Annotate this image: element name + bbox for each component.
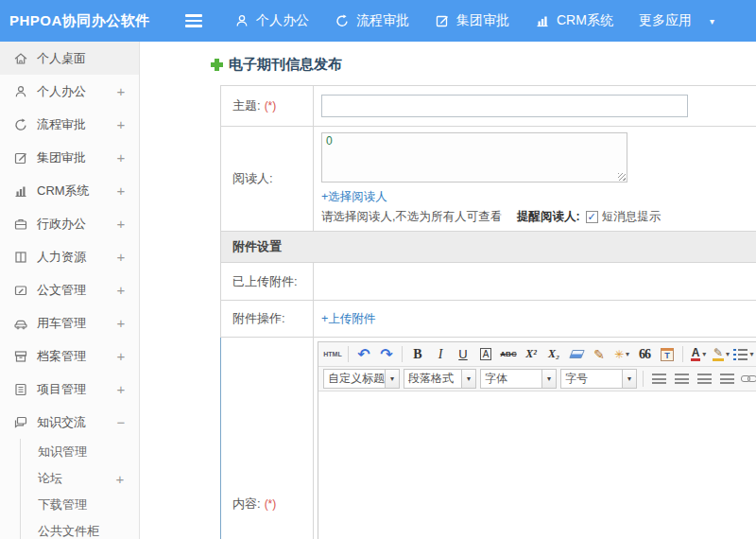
uploaded-value-cell — [314, 263, 756, 301]
superscript-button[interactable]: X² — [521, 344, 541, 364]
heading-select-value: 自定义标题 — [323, 369, 386, 389]
expand-icon[interactable]: + — [115, 315, 127, 331]
caret-down-icon[interactable]: ▾ — [623, 369, 637, 389]
editor-content-area[interactable] — [318, 391, 756, 539]
nav-group-approval[interactable]: 集团审批 — [435, 12, 509, 29]
font-border-button[interactable]: A — [475, 344, 496, 364]
expand-icon[interactable]: + — [114, 471, 126, 487]
subject-input[interactable] — [321, 95, 688, 117]
expand-icon[interactable]: + — [115, 149, 127, 165]
upload-attachment-link[interactable]: +上传附件 — [321, 312, 375, 325]
expand-icon[interactable]: + — [115, 116, 127, 132]
caret-down-icon: ▾ — [626, 350, 629, 358]
expand-icon[interactable]: + — [115, 249, 127, 265]
expand-icon[interactable]: + — [115, 216, 127, 232]
nav-personal-office[interactable]: 个人办公 — [234, 12, 309, 29]
app-title: PHPOA协同办公软件 — [0, 12, 185, 30]
insert-link-button[interactable] — [739, 369, 756, 389]
menu-toggle-icon[interactable] — [185, 14, 202, 27]
toolbar-separator — [402, 346, 403, 362]
italic-button[interactable]: I — [430, 344, 451, 364]
sidebar-item-label: 项目管理 — [37, 381, 115, 398]
subject-label-cell: 主题:(*) — [221, 86, 314, 127]
sms-checkbox[interactable] — [586, 211, 598, 223]
subject-value-cell — [314, 86, 756, 127]
expand-icon[interactable]: + — [115, 83, 127, 99]
redo-button[interactable]: ↷ — [376, 344, 397, 364]
caret-down-icon[interactable]: ▾ — [710, 16, 714, 26]
expand-icon[interactable]: + — [115, 282, 127, 298]
top-nav: 个人办公 流程审批 集团审批 CRM系统 更多应用 ▾ — [234, 12, 714, 29]
nav-workflow-approval[interactable]: 流程审批 — [335, 12, 409, 29]
sidebar-item-personal-office[interactable]: 个人办公 + — [0, 75, 139, 108]
uploaded-attachments-row: 已上传附件: — [221, 263, 756, 301]
sidebar-item-workflow-approval[interactable]: 流程审批 + — [0, 108, 139, 141]
strikethrough-button[interactable]: ABC — [498, 344, 519, 364]
caret-down-icon[interactable]: ▾ — [542, 369, 557, 389]
subscript-button[interactable]: X₂ — [543, 344, 564, 364]
readers-row: 阅读人: 0 +选择阅读人 请选择阅读人,不选为所有人可查看 提醒阅读人: 短消… — [221, 127, 756, 232]
attachments-section-row: 附件设置 — [221, 232, 756, 263]
sidebar-item-document-mgmt[interactable]: 公文管理 + — [0, 273, 139, 306]
auto-typeset-button[interactable]: ✳▾ — [611, 344, 632, 364]
underline-button[interactable]: U — [453, 344, 473, 364]
ordered-list-button[interactable]: ▾ — [733, 344, 754, 364]
expand-icon[interactable]: + — [115, 381, 127, 397]
sidebar-item-archive-mgmt[interactable]: 档案管理 + — [0, 339, 139, 373]
heading-select[interactable]: 自定义标题▾ — [323, 369, 400, 389]
sidebar-item-group-approval[interactable]: 集团审批 + — [0, 141, 139, 174]
nav-crm-system[interactable]: CRM系统 — [535, 12, 613, 29]
nav-more-apps[interactable]: 更多应用 ▾ — [639, 12, 714, 29]
highlight-color-button[interactable]: ✎▾ — [711, 344, 731, 364]
blockquote-button[interactable]: 66 — [634, 344, 655, 364]
bold-button[interactable]: B — [407, 344, 428, 364]
sidebar-subitem-forum[interactable]: 论坛 + — [21, 465, 139, 492]
expand-icon[interactable]: + — [115, 348, 127, 364]
undo-button[interactable]: ↶ — [353, 344, 374, 364]
caret-down-icon[interactable]: ▾ — [462, 369, 476, 389]
sidebar-item-knowledge-exchange[interactable]: 知识交流 − — [0, 406, 139, 439]
main-content: 电子期刊信息发布 主题:(*) 阅读人: 0 +选择阅读人 请选择阅读人,不选为… — [141, 42, 756, 539]
caret-down-icon[interactable]: ▾ — [386, 369, 400, 389]
sidebar-subitem-download-mgmt[interactable]: 下载管理 — [21, 492, 139, 518]
nav-label: 集团审批 — [456, 12, 509, 29]
resize-handle-icon[interactable] — [618, 173, 626, 181]
sidebar-item-hr[interactable]: 人力资源 + — [0, 240, 139, 273]
user-icon — [13, 84, 28, 99]
green-plus-icon — [211, 59, 223, 71]
nav-label: 流程审批 — [356, 12, 409, 29]
select-readers-link[interactable]: +选择阅读人 — [321, 190, 387, 203]
align-justify-button[interactable] — [716, 369, 737, 389]
sidebar-item-crm[interactable]: CRM系统 + — [0, 174, 139, 207]
font-size-select[interactable]: 字号▾ — [560, 369, 637, 389]
archive-icon — [13, 349, 28, 364]
font-color-button[interactable]: A▾ — [688, 344, 709, 364]
align-right-button[interactable] — [694, 369, 714, 389]
nav-label: 个人办公 — [256, 12, 309, 29]
ordered-list-icon — [733, 349, 747, 360]
readers-textarea[interactable]: 0 — [321, 132, 627, 183]
required-mark: (*) — [265, 497, 277, 511]
expand-icon[interactable]: + — [115, 183, 127, 199]
font-family-select[interactable]: 字体▾ — [480, 369, 557, 389]
attachment-action-cell: +上传附件 — [314, 301, 756, 338]
sidebar-item-admin-office[interactable]: 行政办公 + — [0, 207, 139, 240]
paste-text-button[interactable]: T — [657, 344, 678, 364]
collapse-icon[interactable]: − — [115, 414, 127, 430]
remove-format-button[interactable] — [566, 344, 587, 364]
attachments-section-header: 附件设置 — [221, 232, 756, 263]
sidebar-subitem-public-file-cabinet[interactable]: 公共文件柜 — [21, 518, 139, 539]
format-brush-button[interactable]: ✎ — [589, 344, 610, 364]
html-source-button[interactable]: HTML — [322, 344, 343, 364]
sidebar-subitem-knowledge-mgmt[interactable]: 知识管理 — [21, 439, 139, 465]
sidebar-item-vehicle-mgmt[interactable]: 用车管理 + — [0, 306, 139, 339]
sidebar-item-label: 人力资源 — [37, 249, 115, 266]
caret-down-icon: ▾ — [749, 350, 753, 358]
paragraph-format-select[interactable]: 段落格式▾ — [404, 369, 476, 389]
bar-chart-icon — [535, 13, 550, 28]
align-center-button[interactable] — [671, 369, 692, 389]
sidebar-item-project-mgmt[interactable]: 项目管理 + — [0, 373, 139, 406]
sidebar-item-desktop[interactable]: 个人桌面 — [0, 42, 139, 75]
align-left-button[interactable] — [648, 369, 669, 389]
publish-form: 主题:(*) 阅读人: 0 +选择阅读人 请选择阅读人,不选为所有人可查看 提醒… — [220, 85, 756, 539]
